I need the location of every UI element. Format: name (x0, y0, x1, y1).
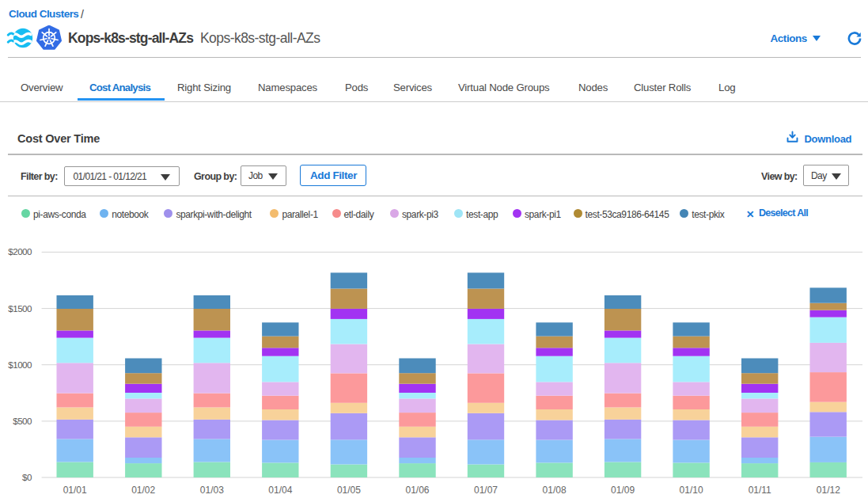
svg-text:01/01: 01/01 (63, 485, 87, 496)
svg-text:01/08: 01/08 (543, 485, 567, 496)
svg-text:01/06: 01/06 (405, 485, 429, 496)
svg-text:01/07: 01/07 (474, 485, 498, 496)
svg-text:$1000: $1000 (8, 359, 32, 370)
svg-text:$0: $0 (22, 472, 32, 482)
svg-text:01/12: 01/12 (817, 485, 840, 496)
svg-text:01/09: 01/09 (611, 485, 635, 496)
svg-text:01/02: 01/02 (131, 485, 155, 496)
svg-text:01/10: 01/10 (680, 485, 703, 496)
svg-text:01/11: 01/11 (749, 485, 771, 496)
svg-text:01/05: 01/05 (337, 485, 361, 496)
svg-text:01/03: 01/03 (200, 485, 224, 496)
svg-text:$500: $500 (13, 416, 32, 426)
svg-text:01/04: 01/04 (268, 485, 292, 496)
svg-text:$1500: $1500 (8, 303, 32, 314)
svg-text:$2000: $2000 (8, 246, 32, 257)
